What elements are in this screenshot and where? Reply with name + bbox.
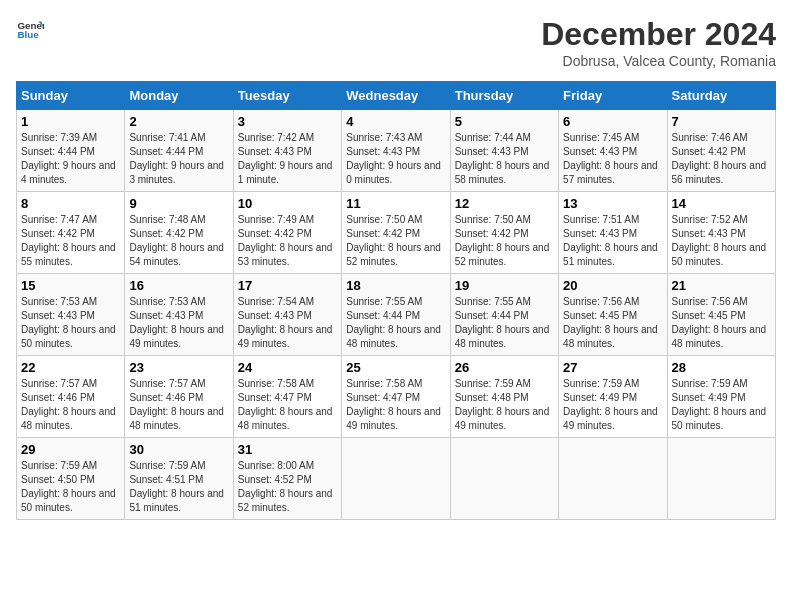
calendar-cell: 25Sunrise: 7:58 AMSunset: 4:47 PMDayligh… xyxy=(342,356,450,438)
day-number: 27 xyxy=(563,360,662,375)
calendar-cell: 27Sunrise: 7:59 AMSunset: 4:49 PMDayligh… xyxy=(559,356,667,438)
title-block: December 2024 Dobrusa, Valcea County, Ro… xyxy=(541,16,776,69)
weekday-header: Friday xyxy=(559,82,667,110)
calendar-cell: 14Sunrise: 7:52 AMSunset: 4:43 PMDayligh… xyxy=(667,192,775,274)
calendar-cell: 6Sunrise: 7:45 AMSunset: 4:43 PMDaylight… xyxy=(559,110,667,192)
day-number: 12 xyxy=(455,196,554,211)
day-number: 20 xyxy=(563,278,662,293)
day-number: 7 xyxy=(672,114,771,129)
day-number: 9 xyxy=(129,196,228,211)
day-number: 11 xyxy=(346,196,445,211)
logo: General Blue xyxy=(16,16,44,44)
day-number: 29 xyxy=(21,442,120,457)
day-detail: Sunrise: 7:42 AMSunset: 4:43 PMDaylight:… xyxy=(238,131,337,187)
calendar-cell: 5Sunrise: 7:44 AMSunset: 4:43 PMDaylight… xyxy=(450,110,558,192)
calendar-table: SundayMondayTuesdayWednesdayThursdayFrid… xyxy=(16,81,776,520)
day-number: 17 xyxy=(238,278,337,293)
day-number: 14 xyxy=(672,196,771,211)
calendar-week-row: 15Sunrise: 7:53 AMSunset: 4:43 PMDayligh… xyxy=(17,274,776,356)
svg-text:Blue: Blue xyxy=(17,29,39,40)
calendar-cell: 24Sunrise: 7:58 AMSunset: 4:47 PMDayligh… xyxy=(233,356,341,438)
weekday-header: Tuesday xyxy=(233,82,341,110)
day-number: 25 xyxy=(346,360,445,375)
day-number: 19 xyxy=(455,278,554,293)
day-detail: Sunrise: 7:57 AMSunset: 4:46 PMDaylight:… xyxy=(21,377,120,433)
weekday-header: Thursday xyxy=(450,82,558,110)
calendar-cell: 8Sunrise: 7:47 AMSunset: 4:42 PMDaylight… xyxy=(17,192,125,274)
day-detail: Sunrise: 7:59 AMSunset: 4:50 PMDaylight:… xyxy=(21,459,120,515)
day-number: 4 xyxy=(346,114,445,129)
day-detail: Sunrise: 7:46 AMSunset: 4:42 PMDaylight:… xyxy=(672,131,771,187)
day-number: 23 xyxy=(129,360,228,375)
day-detail: Sunrise: 7:56 AMSunset: 4:45 PMDaylight:… xyxy=(563,295,662,351)
day-number: 22 xyxy=(21,360,120,375)
day-detail: Sunrise: 7:59 AMSunset: 4:49 PMDaylight:… xyxy=(563,377,662,433)
calendar-cell: 10Sunrise: 7:49 AMSunset: 4:42 PMDayligh… xyxy=(233,192,341,274)
weekday-header: Sunday xyxy=(17,82,125,110)
calendar-cell xyxy=(450,438,558,520)
page-header: General Blue December 2024 Dobrusa, Valc… xyxy=(16,16,776,69)
calendar-cell xyxy=(667,438,775,520)
calendar-week-row: 8Sunrise: 7:47 AMSunset: 4:42 PMDaylight… xyxy=(17,192,776,274)
calendar-cell: 20Sunrise: 7:56 AMSunset: 4:45 PMDayligh… xyxy=(559,274,667,356)
calendar-cell: 7Sunrise: 7:46 AMSunset: 4:42 PMDaylight… xyxy=(667,110,775,192)
day-detail: Sunrise: 7:50 AMSunset: 4:42 PMDaylight:… xyxy=(346,213,445,269)
calendar-cell: 19Sunrise: 7:55 AMSunset: 4:44 PMDayligh… xyxy=(450,274,558,356)
calendar-cell: 17Sunrise: 7:54 AMSunset: 4:43 PMDayligh… xyxy=(233,274,341,356)
location: Dobrusa, Valcea County, Romania xyxy=(541,53,776,69)
day-detail: Sunrise: 7:50 AMSunset: 4:42 PMDaylight:… xyxy=(455,213,554,269)
day-detail: Sunrise: 8:00 AMSunset: 4:52 PMDaylight:… xyxy=(238,459,337,515)
day-number: 30 xyxy=(129,442,228,457)
day-detail: Sunrise: 7:59 AMSunset: 4:51 PMDaylight:… xyxy=(129,459,228,515)
day-detail: Sunrise: 7:59 AMSunset: 4:49 PMDaylight:… xyxy=(672,377,771,433)
day-detail: Sunrise: 7:52 AMSunset: 4:43 PMDaylight:… xyxy=(672,213,771,269)
day-number: 28 xyxy=(672,360,771,375)
calendar-cell xyxy=(559,438,667,520)
calendar-cell: 16Sunrise: 7:53 AMSunset: 4:43 PMDayligh… xyxy=(125,274,233,356)
calendar-cell: 30Sunrise: 7:59 AMSunset: 4:51 PMDayligh… xyxy=(125,438,233,520)
day-detail: Sunrise: 7:45 AMSunset: 4:43 PMDaylight:… xyxy=(563,131,662,187)
day-number: 8 xyxy=(21,196,120,211)
day-number: 15 xyxy=(21,278,120,293)
day-number: 10 xyxy=(238,196,337,211)
calendar-cell: 13Sunrise: 7:51 AMSunset: 4:43 PMDayligh… xyxy=(559,192,667,274)
calendar-cell: 26Sunrise: 7:59 AMSunset: 4:48 PMDayligh… xyxy=(450,356,558,438)
calendar-cell: 3Sunrise: 7:42 AMSunset: 4:43 PMDaylight… xyxy=(233,110,341,192)
day-number: 5 xyxy=(455,114,554,129)
day-detail: Sunrise: 7:58 AMSunset: 4:47 PMDaylight:… xyxy=(346,377,445,433)
calendar-cell: 9Sunrise: 7:48 AMSunset: 4:42 PMDaylight… xyxy=(125,192,233,274)
calendar-cell: 18Sunrise: 7:55 AMSunset: 4:44 PMDayligh… xyxy=(342,274,450,356)
day-detail: Sunrise: 7:44 AMSunset: 4:43 PMDaylight:… xyxy=(455,131,554,187)
day-number: 13 xyxy=(563,196,662,211)
day-number: 26 xyxy=(455,360,554,375)
day-number: 6 xyxy=(563,114,662,129)
calendar-cell: 11Sunrise: 7:50 AMSunset: 4:42 PMDayligh… xyxy=(342,192,450,274)
calendar-cell: 22Sunrise: 7:57 AMSunset: 4:46 PMDayligh… xyxy=(17,356,125,438)
calendar-week-row: 22Sunrise: 7:57 AMSunset: 4:46 PMDayligh… xyxy=(17,356,776,438)
day-number: 24 xyxy=(238,360,337,375)
calendar-cell: 29Sunrise: 7:59 AMSunset: 4:50 PMDayligh… xyxy=(17,438,125,520)
day-number: 2 xyxy=(129,114,228,129)
day-detail: Sunrise: 7:58 AMSunset: 4:47 PMDaylight:… xyxy=(238,377,337,433)
calendar-week-row: 1Sunrise: 7:39 AMSunset: 4:44 PMDaylight… xyxy=(17,110,776,192)
day-detail: Sunrise: 7:55 AMSunset: 4:44 PMDaylight:… xyxy=(455,295,554,351)
day-detail: Sunrise: 7:47 AMSunset: 4:42 PMDaylight:… xyxy=(21,213,120,269)
calendar-week-row: 29Sunrise: 7:59 AMSunset: 4:50 PMDayligh… xyxy=(17,438,776,520)
calendar-cell: 2Sunrise: 7:41 AMSunset: 4:44 PMDaylight… xyxy=(125,110,233,192)
day-detail: Sunrise: 7:49 AMSunset: 4:42 PMDaylight:… xyxy=(238,213,337,269)
month-title: December 2024 xyxy=(541,16,776,53)
day-detail: Sunrise: 7:54 AMSunset: 4:43 PMDaylight:… xyxy=(238,295,337,351)
calendar-cell: 28Sunrise: 7:59 AMSunset: 4:49 PMDayligh… xyxy=(667,356,775,438)
day-detail: Sunrise: 7:53 AMSunset: 4:43 PMDaylight:… xyxy=(21,295,120,351)
day-number: 16 xyxy=(129,278,228,293)
calendar-cell: 21Sunrise: 7:56 AMSunset: 4:45 PMDayligh… xyxy=(667,274,775,356)
day-detail: Sunrise: 7:51 AMSunset: 4:43 PMDaylight:… xyxy=(563,213,662,269)
day-detail: Sunrise: 7:57 AMSunset: 4:46 PMDaylight:… xyxy=(129,377,228,433)
calendar-cell: 15Sunrise: 7:53 AMSunset: 4:43 PMDayligh… xyxy=(17,274,125,356)
day-detail: Sunrise: 7:59 AMSunset: 4:48 PMDaylight:… xyxy=(455,377,554,433)
day-detail: Sunrise: 7:43 AMSunset: 4:43 PMDaylight:… xyxy=(346,131,445,187)
day-number: 1 xyxy=(21,114,120,129)
logo-icon: General Blue xyxy=(16,16,44,44)
weekday-header: Saturday xyxy=(667,82,775,110)
day-detail: Sunrise: 7:48 AMSunset: 4:42 PMDaylight:… xyxy=(129,213,228,269)
